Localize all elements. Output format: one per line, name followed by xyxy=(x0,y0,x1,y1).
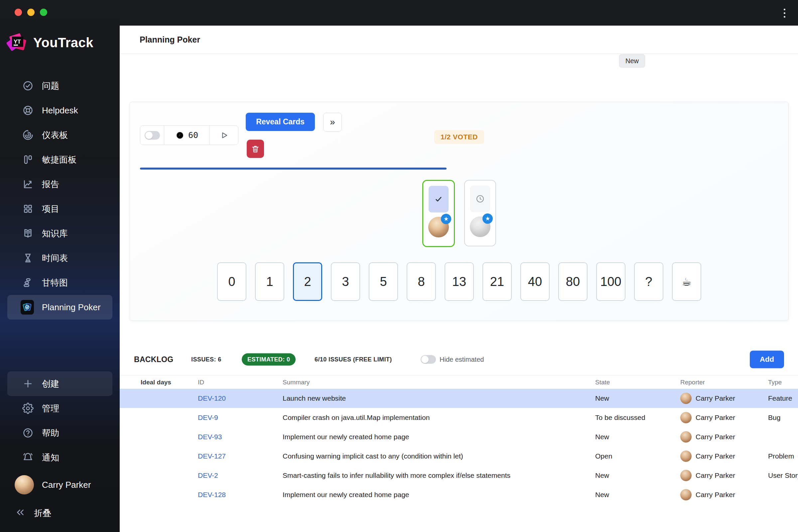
sidebar-item-label: 管理 xyxy=(42,403,59,414)
participant-card-waiting: ★ xyxy=(464,180,496,246)
cell-summary: Implement our newly created home page xyxy=(283,433,585,441)
youtrack-logo: YT YouTrack xyxy=(7,32,93,53)
minimize-button[interactable] xyxy=(27,8,35,16)
more-actions-button[interactable]: » xyxy=(323,113,342,132)
cell-reporter: Carry Parker xyxy=(680,431,763,442)
sidebar-collapse[interactable]: 折叠 xyxy=(0,501,120,525)
page-body: New 60 xyxy=(120,54,798,532)
sidebar-item-项目[interactable]: 项目 xyxy=(7,196,112,221)
new-badge: New xyxy=(619,54,645,68)
issue-id-link[interactable]: DEV-2 xyxy=(198,472,274,479)
sidebar-item-创建[interactable]: 创建 xyxy=(7,372,112,396)
delete-button[interactable] xyxy=(247,140,264,158)
issue-id-link[interactable]: DEV-9 xyxy=(198,414,274,422)
reporter-avatar xyxy=(680,393,691,404)
book-open-icon xyxy=(22,227,34,240)
sidebar-item-问题[interactable]: 问题 xyxy=(7,74,112,98)
sidebar-item-label: 敏捷面板 xyxy=(42,154,76,166)
close-button[interactable] xyxy=(15,8,22,16)
poker-card-☕[interactable]: ☕ xyxy=(672,262,701,301)
help-circle-icon xyxy=(22,427,34,439)
sidebar-footer: 创建管理帮助通知 xyxy=(0,372,120,470)
clock-icon xyxy=(175,131,184,140)
reveal-cards-button[interactable]: Reveal Cards xyxy=(246,113,315,131)
poker-card-3[interactable]: 3 xyxy=(331,262,360,301)
poker-card-40[interactable]: 40 xyxy=(520,262,550,301)
backlog-table-header: Ideal daysIDSummaryStateReporterType xyxy=(120,375,798,389)
table-row-DEV-127[interactable]: DEV-127Confusing warning implicit cast t… xyxy=(120,446,798,466)
sidebar-item-label: 知识库 xyxy=(42,228,68,240)
poker-card-21[interactable]: 21 xyxy=(482,262,512,301)
sidebar-user[interactable]: Carry Parker xyxy=(0,473,120,497)
bell-icon xyxy=(22,452,34,463)
table-row-DEV-128[interactable]: DEV-128Implement our newly created home … xyxy=(120,485,798,505)
star-icon: ★ xyxy=(441,214,451,224)
timer-toggle-cell xyxy=(140,126,164,145)
issue-id-link[interactable]: DEV-120 xyxy=(198,394,274,402)
svg-text:YT: YT xyxy=(14,39,21,45)
sidebar-item-通知[interactable]: 通知 xyxy=(7,445,112,470)
reporter-name: Carry Parker xyxy=(696,414,735,422)
sidebar-item-时间表[interactable]: 时间表 xyxy=(7,246,112,270)
poker-card-1[interactable]: 1 xyxy=(255,262,284,301)
zoom-button[interactable] xyxy=(40,8,47,16)
reporter-name: Carry Parker xyxy=(696,491,735,499)
issue-id-link[interactable]: DEV-93 xyxy=(198,433,274,441)
kebab-menu-icon[interactable] xyxy=(779,7,790,19)
vote-card-waiting xyxy=(470,186,490,212)
reporter-avatar xyxy=(680,412,691,423)
brand-name: YouTrack xyxy=(33,35,93,50)
sidebar-item-label: 仪表板 xyxy=(42,129,68,141)
reporter-avatar xyxy=(680,451,691,462)
cell-state: To be discussed xyxy=(595,414,672,422)
sidebar-item-报告[interactable]: 报告 xyxy=(7,172,112,196)
table-row-DEV-9[interactable]: DEV-9Compiler crash on java.util.Map imp… xyxy=(120,408,798,427)
reporter-avatar xyxy=(680,431,691,442)
table-row-DEV-93[interactable]: DEV-93Implement our newly created home p… xyxy=(120,427,798,446)
issue-id-link[interactable]: DEV-127 xyxy=(198,452,274,460)
sidebar-item-helpdesk[interactable]: Helpdesk xyxy=(7,98,112,123)
cell-state: New xyxy=(595,491,672,499)
sidebar-item-planning-poker[interactable]: Planning Poker xyxy=(7,295,112,320)
backlog-title: BACKLOG xyxy=(134,355,173,364)
table-row-DEV-2[interactable]: DEV-2Smart-casting fails to infer nullab… xyxy=(120,466,798,485)
hide-estimated-toggle[interactable] xyxy=(421,355,436,364)
sidebar-item-管理[interactable]: 管理 xyxy=(7,396,112,421)
add-issue-button[interactable]: Add xyxy=(750,350,784,368)
poker-card-8[interactable]: 8 xyxy=(407,262,436,301)
sidebar-item-仪表板[interactable]: 仪表板 xyxy=(7,123,112,147)
sidebar-item-知识库[interactable]: 知识库 xyxy=(7,221,112,246)
traffic-lights xyxy=(15,8,47,16)
chevrons-left-icon xyxy=(15,507,26,519)
poker-card-13[interactable]: 13 xyxy=(444,262,474,301)
poker-card-0[interactable]: 0 xyxy=(217,262,246,301)
play-button[interactable] xyxy=(209,126,238,145)
vote-progress-bar xyxy=(140,168,778,170)
sidebar-nav: 问题Helpdesk仪表板敏捷面板报告项目知识库时间表甘特图Planning P… xyxy=(0,74,120,320)
sidebar-item-敏捷面板[interactable]: 敏捷面板 xyxy=(7,147,112,172)
cell-reporter: Carry Parker xyxy=(680,393,763,404)
trend-chart-icon xyxy=(22,178,34,190)
table-row-DEV-120[interactable]: DEV-120Launch new websiteNewCarry Parker… xyxy=(120,389,798,408)
column-header-summary: Summary xyxy=(283,379,309,386)
sidebar-item-label: 报告 xyxy=(42,178,59,190)
sidebar-item-甘特图[interactable]: 甘特图 xyxy=(7,270,112,295)
poker-card-80[interactable]: 80 xyxy=(558,262,588,301)
voted-status-badge: 1/2 VOTED xyxy=(434,130,484,144)
sidebar-item-帮助[interactable]: 帮助 xyxy=(7,421,112,445)
cell-type: User Story xyxy=(768,472,798,479)
sidebar-item-label: 创建 xyxy=(42,378,59,390)
cell-state: New xyxy=(595,472,672,479)
reporter-name: Carry Parker xyxy=(696,472,735,479)
vote-card-voted xyxy=(429,186,449,212)
double-chevron-icon: » xyxy=(330,117,335,127)
timer-value-cell[interactable]: 60 xyxy=(164,126,209,145)
poker-card-2[interactable]: 2 xyxy=(293,262,322,301)
timer-toggle[interactable] xyxy=(145,131,160,140)
issue-id-link[interactable]: DEV-128 xyxy=(198,491,274,499)
lifebuoy-icon xyxy=(22,104,34,116)
poker-card-100[interactable]: 100 xyxy=(596,262,625,301)
cell-summary: Compiler crash on java.util.Map implemen… xyxy=(283,414,585,422)
poker-card-?[interactable]: ? xyxy=(634,262,663,301)
poker-card-5[interactable]: 5 xyxy=(369,262,398,301)
